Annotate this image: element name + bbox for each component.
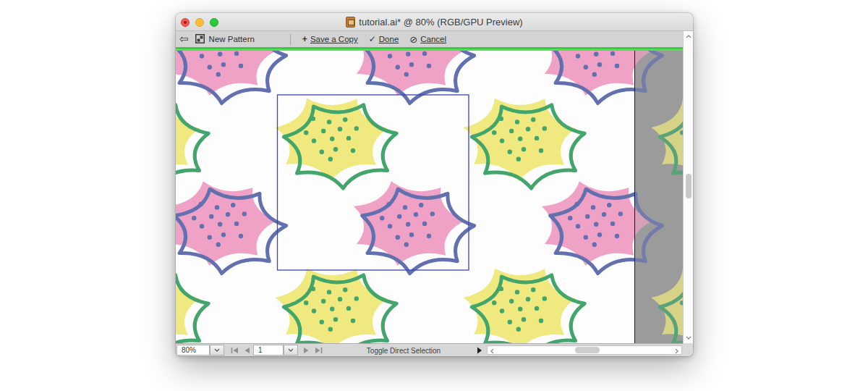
previous-artboard-button[interactable]	[242, 346, 252, 355]
splat-shape[interactable]	[176, 269, 208, 343]
splat-shape[interactable]	[463, 269, 584, 343]
status-bar: 80% 1 Toggle Direct Selection	[176, 343, 693, 356]
window-title: tutorial.ai* @ 80% (RGB/GPU Preview)	[346, 17, 522, 28]
first-artboard-button[interactable]	[229, 346, 240, 355]
horizontal-scrollbar-thumb[interactable]	[575, 347, 600, 353]
done-button[interactable]: ✓ Done	[369, 35, 399, 43]
check-icon: ✓	[369, 35, 376, 43]
pattern-name-label: New Pattern	[209, 35, 255, 43]
splat-shape[interactable]	[463, 98, 584, 188]
chevron-down-icon	[288, 348, 294, 352]
cancel-circle-icon: ⊘	[409, 35, 417, 44]
horizontal-scrollbar[interactable]	[487, 345, 682, 355]
splat-shape[interactable]	[176, 98, 208, 188]
illustrator-document-icon	[346, 17, 355, 28]
splat-shape[interactable]	[354, 51, 474, 104]
chevron-down-icon	[214, 348, 220, 352]
traffic-lights	[181, 18, 218, 27]
pattern-artwork[interactable]	[176, 51, 683, 343]
cancel-button[interactable]: ⊘ Cancel	[409, 35, 446, 44]
exit-pattern-mode-icon[interactable]: ⇦	[179, 34, 189, 45]
zoom-level-field[interactable]: 80%	[176, 345, 210, 356]
splat-shape[interactable]	[275, 98, 396, 188]
vertical-scrollbar[interactable]	[683, 31, 693, 343]
toolbar-divider	[290, 34, 291, 45]
right-triangle-icon	[477, 347, 482, 354]
pattern-swatch-icon	[195, 34, 205, 45]
status-text: Toggle Direct Selection	[342, 344, 465, 356]
scroll-up-icon[interactable]	[686, 35, 692, 38]
scroll-down-icon[interactable]	[686, 336, 692, 340]
status-bar-menu-button[interactable]	[474, 345, 485, 356]
zoom-button[interactable]	[210, 18, 218, 27]
splat-shape[interactable]	[176, 51, 286, 104]
artboard-dropdown[interactable]	[284, 345, 298, 356]
plus-icon: +	[302, 35, 307, 43]
pasteboard-dim-overlay	[634, 51, 683, 343]
splat-shape[interactable]	[275, 269, 396, 343]
pattern-edit-bar: ⇦ New Pattern + Save a Copy ✓ Done ⊘ Can…	[176, 31, 693, 48]
save-a-copy-button[interactable]: + Save a Copy	[302, 35, 358, 43]
scroll-left-icon[interactable]	[490, 348, 494, 354]
artboard-number-field[interactable]: 1	[253, 345, 284, 356]
minimize-button[interactable]	[195, 18, 204, 27]
splat-shape[interactable]	[354, 181, 474, 273]
vertical-scrollbar-thumb[interactable]	[686, 174, 692, 198]
title-bar[interactable]: tutorial.ai* @ 80% (RGB/GPU Preview)	[176, 13, 693, 31]
close-button[interactable]	[181, 18, 190, 27]
zoom-level-dropdown[interactable]	[210, 345, 224, 356]
last-artboard-button[interactable]	[313, 346, 324, 355]
scroll-right-icon[interactable]	[675, 348, 678, 354]
illustrator-window: tutorial.ai* @ 80% (RGB/GPU Preview) ⇦ N…	[176, 13, 693, 356]
next-artboard-button[interactable]	[301, 346, 312, 355]
resize-corner[interactable]	[683, 343, 693, 356]
splat-shape[interactable]	[176, 181, 286, 273]
pattern-canvas[interactable]	[176, 51, 683, 343]
window-title-text: tutorial.ai* @ 80% (RGB/GPU Preview)	[359, 17, 522, 28]
